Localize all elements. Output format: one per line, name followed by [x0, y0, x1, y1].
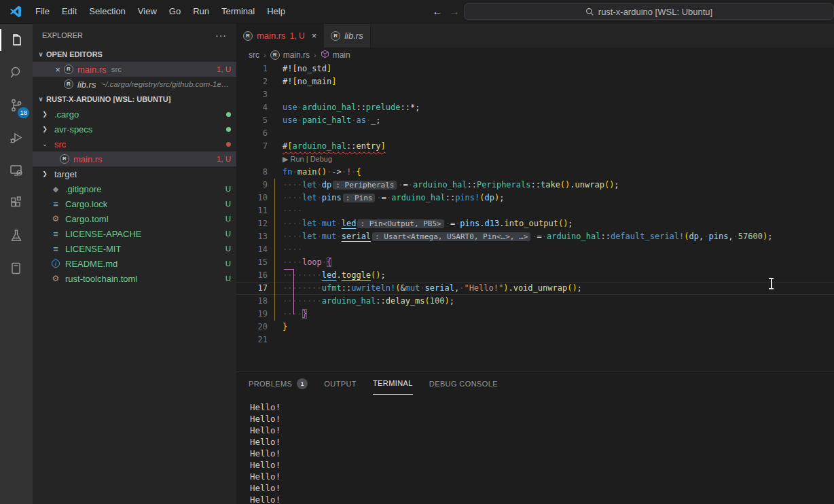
tree-item-target[interactable]: ❯target	[33, 166, 236, 181]
nav-forward-icon[interactable]: →	[447, 4, 462, 19]
breadcrumb-segment[interactable]: Rmain.rs	[270, 50, 310, 60]
activity-remote-explorer-icon[interactable]	[0, 154, 33, 187]
code-line[interactable]: 19····}	[236, 308, 834, 321]
tree-item-src[interactable]: ⌄src	[33, 137, 236, 151]
tree-item-LICENSE-MIT[interactable]: ≡LICENSE-MITU	[33, 241, 236, 256]
breadcrumb-segment[interactable]: main	[321, 50, 350, 60]
code-line[interactable]: 20}	[236, 321, 834, 334]
menu-go[interactable]: Go	[163, 3, 187, 20]
code-line[interactable]: 6	[236, 127, 834, 140]
line-number[interactable]: 15	[236, 256, 268, 269]
tree-item-rust-toolchain.toml[interactable]: ⚙rust-toolchain.tomlU	[33, 271, 236, 286]
menu-file[interactable]: File	[29, 3, 56, 20]
line-number[interactable]: 9	[236, 179, 268, 192]
activity-testing-icon[interactable]	[0, 219, 33, 252]
code-line[interactable]: 4use·arduino_hal::prelude::*;	[236, 101, 834, 114]
line-number[interactable]: 7	[236, 140, 268, 153]
code-text: #![no_main]	[268, 75, 337, 88]
tree-item-avr-specs[interactable]: ❯avr-specs	[33, 122, 236, 137]
open-editor-item[interactable]: ×Rmain.rssrc1, U	[33, 62, 236, 77]
line-number[interactable]: 19	[236, 308, 268, 321]
explorer-more-actions-icon[interactable]: ···	[215, 30, 227, 41]
line-number[interactable]: 18	[236, 295, 268, 308]
code-line[interactable]: 12····let·mut·led: Pin<Output, PB5>·=·pi…	[236, 217, 834, 230]
line-number[interactable]: 4	[236, 101, 268, 114]
code-line[interactable]: 14····	[236, 243, 834, 256]
line-number[interactable]: 16	[236, 269, 268, 282]
close-icon[interactable]: ×	[52, 65, 64, 75]
code-text: ····}	[268, 308, 307, 321]
menu-run[interactable]: Run	[187, 3, 215, 20]
line-number[interactable]: 2	[236, 75, 268, 88]
close-icon[interactable]: ×	[312, 31, 317, 41]
tree-item-LICENSE-APACHE[interactable]: ≡LICENSE-APACHEU	[33, 226, 236, 241]
terminal-output[interactable]: Hello!Hello!Hello!Hello!Hello!Hello!Hell…	[236, 395, 834, 504]
code-line[interactable]: 16········led.toggle();	[236, 269, 834, 282]
tab-lib.rs[interactable]: Rlib.rs	[324, 24, 370, 48]
code-line[interactable]: 5use·panic_halt·as·_;	[236, 114, 834, 127]
code-line[interactable]: 11····	[236, 204, 834, 217]
code-line[interactable]: 9····let·dp: Peripherals·=·arduino_hal::…	[236, 179, 834, 192]
menu-help[interactable]: Help	[261, 3, 291, 20]
line-number[interactable]: 6	[236, 127, 268, 140]
code-line[interactable]: 17········ufmt::uwriteln!(&mut·serial,·"…	[236, 282, 834, 295]
menu-edit[interactable]: Edit	[56, 3, 83, 20]
panel-tab-label: PROBLEMS	[249, 380, 292, 388]
code-editor[interactable]: 1#![no_std]2#![no_main]34use·arduino_hal…	[236, 62, 834, 372]
panel-tab-problems[interactable]: PROBLEMS1	[249, 372, 308, 395]
code-line[interactable]: 1#![no_std]	[236, 62, 834, 75]
tree-item-.gitignore[interactable]: ◆.gitignoreU	[33, 181, 236, 196]
line-number[interactable]: 12	[236, 217, 268, 230]
line-number[interactable]: 21	[236, 334, 268, 346]
tree-item-README.md[interactable]: iREADME.mdU	[33, 256, 236, 271]
line-number[interactable]: 5	[236, 114, 268, 127]
tree-item-label: main.rs	[73, 154, 103, 164]
activity-explorer-icon[interactable]	[0, 24, 33, 56]
line-number[interactable]: 13	[236, 230, 268, 243]
line-number[interactable]: 11	[236, 204, 268, 217]
code-line[interactable]: 15····loop·{	[236, 256, 834, 269]
code-line[interactable]: 10····let·pins: Pins·=·arduino_hal::pins…	[236, 192, 834, 204]
activity-extensions-icon[interactable]	[0, 187, 33, 219]
line-number[interactable]: 10	[236, 192, 268, 204]
menu-terminal[interactable]: Terminal	[215, 3, 261, 20]
line-number[interactable]: 8	[236, 166, 268, 179]
open-editors-header[interactable]: ∨ OPEN EDITORS	[33, 47, 236, 62]
breadcrumb[interactable]: src›Rmain.rs›main	[236, 48, 834, 62]
tree-item-.cargo[interactable]: ❯.cargo	[33, 107, 236, 122]
code-line[interactable]: 7#[arduino_hal::entry]	[236, 140, 834, 153]
line-number[interactable]: 20	[236, 321, 268, 334]
code-text	[268, 334, 283, 346]
workspace-root-header[interactable]: ∨ RUST-X-ARDUINO [WSL: UBUNTU]	[33, 92, 236, 107]
breadcrumb-label: src	[249, 50, 259, 60]
tree-item-main.rs[interactable]: Rmain.rs1, U	[33, 151, 236, 166]
tree-item-Cargo.lock[interactable]: ≡Cargo.lockU	[33, 196, 236, 211]
tab-main.rs[interactable]: Rmain.rs1, U×	[236, 24, 324, 48]
activity-notebook-icon[interactable]	[0, 252, 33, 285]
code-line[interactable]: 8fn·main()·->·!·{	[236, 166, 834, 179]
line-number[interactable]: 3	[236, 88, 268, 101]
activity-source-control-icon[interactable]: 18	[0, 89, 33, 122]
line-number[interactable]: 14	[236, 243, 268, 256]
codelens-run-debug[interactable]: ▶ Run | Debug	[236, 153, 834, 166]
breadcrumb-segment[interactable]: src	[249, 50, 259, 60]
code-line[interactable]: 13····let·mut·serial: Usart<Atmega, USAR…	[236, 230, 834, 243]
line-number[interactable]: 1	[236, 62, 268, 75]
nav-back-icon[interactable]: ←	[430, 4, 445, 19]
open-editor-item[interactable]: Rlib.rs~/.cargo/registry/src/github.com-…	[33, 77, 236, 92]
menu-view[interactable]: View	[132, 3, 163, 20]
panel-tab-output[interactable]: OUTPUT	[324, 372, 357, 395]
code-line[interactable]: 21	[236, 334, 834, 346]
tree-item-Cargo.toml[interactable]: ⚙Cargo.tomlU	[33, 211, 236, 226]
line-number[interactable]: 17	[236, 282, 268, 295]
panel-tab-debug-console[interactable]: DEBUG CONSOLE	[429, 372, 498, 395]
panel-tab-terminal[interactable]: TERMINAL	[373, 372, 413, 395]
rust-file-icon: R	[331, 31, 340, 41]
menu-selection[interactable]: Selection	[83, 3, 131, 20]
activity-search-icon[interactable]	[0, 56, 33, 89]
code-line[interactable]: 2#![no_main]	[236, 75, 834, 88]
command-center-search[interactable]: rust-x-arduino [WSL: Ubuntu]	[464, 3, 834, 20]
code-line[interactable]: 3	[236, 88, 834, 101]
activity-run-debug-icon[interactable]	[0, 122, 33, 154]
code-line[interactable]: 18········arduino_hal::delay_ms(100);	[236, 295, 834, 308]
